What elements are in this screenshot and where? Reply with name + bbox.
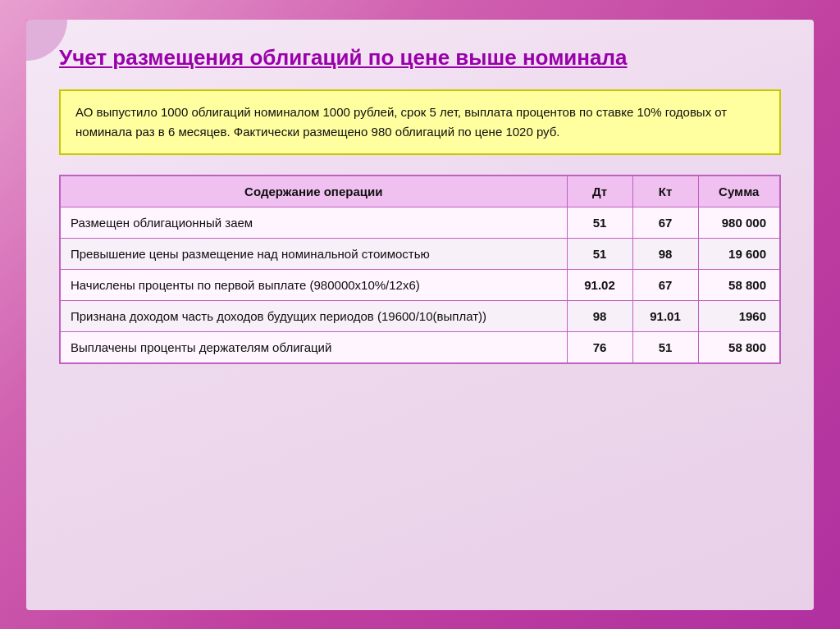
table-header-row: Содержание операции Дт Кт Сумма <box>60 175 780 207</box>
cell-dt: 76 <box>567 332 632 364</box>
table-row: Превышение цены размещение над номинальн… <box>60 239 780 270</box>
header-sum: Сумма <box>698 175 780 207</box>
intro-text: АО выпустило 1000 облигаций номиналом 10… <box>75 105 727 139</box>
cell-content: Выплачены проценты держателям облигаций <box>60 332 567 364</box>
intro-box: АО выпустило 1000 облигаций номиналом 10… <box>59 89 781 155</box>
cell-kt: 98 <box>632 239 698 270</box>
table-row: Признана доходом часть доходов будущих п… <box>60 301 780 332</box>
header-content: Содержание операции <box>60 175 567 207</box>
cell-kt: 67 <box>632 207 698 239</box>
cell-dt: 91.02 <box>567 270 632 301</box>
table-row: Начислены проценты по первой выплате (98… <box>60 270 780 301</box>
data-table: Содержание операции Дт Кт Сумма Размещен… <box>59 175 781 364</box>
cell-dt: 98 <box>567 301 632 332</box>
cell-dt: 51 <box>567 207 632 239</box>
cell-content: Размещен облигационный заем <box>60 207 567 239</box>
cell-content: Признана доходом часть доходов будущих п… <box>60 301 567 332</box>
cell-sum: 58 800 <box>698 332 780 364</box>
cell-kt: 51 <box>632 332 698 364</box>
table-row: Размещен облигационный заем5167980 000 <box>60 207 780 239</box>
slide-container: Учет размещения облигаций по цене выше н… <box>26 20 814 610</box>
slide-title: Учет размещения облигаций по цене выше н… <box>59 44 781 72</box>
header-kt: Кт <box>632 175 698 207</box>
cell-sum: 1960 <box>698 301 780 332</box>
cell-kt: 67 <box>632 270 698 301</box>
cell-sum: 58 800 <box>698 270 780 301</box>
cell-dt: 51 <box>567 239 632 270</box>
cell-sum: 19 600 <box>698 239 780 270</box>
cell-content: Превышение цены размещение над номинальн… <box>60 239 567 270</box>
table-row: Выплачены проценты держателям облигаций7… <box>60 332 780 364</box>
cell-content: Начислены проценты по первой выплате (98… <box>60 270 567 301</box>
cell-kt: 91.01 <box>632 301 698 332</box>
header-dt: Дт <box>567 175 632 207</box>
cell-sum: 980 000 <box>698 207 780 239</box>
